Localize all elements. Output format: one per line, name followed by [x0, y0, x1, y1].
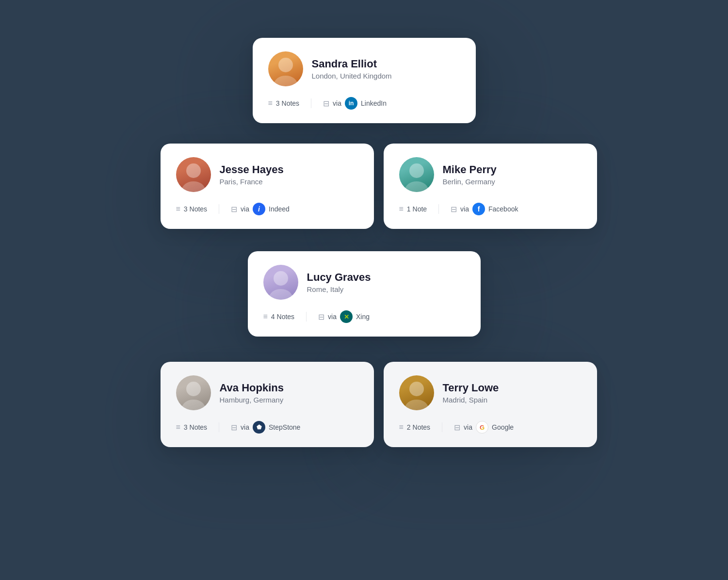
divider: [438, 204, 439, 214]
avatar-jesse: [176, 157, 211, 192]
card-sandra-header: Sandra Elliot London, United Kingdom: [268, 51, 460, 86]
card-terry-header: Terry Lowe Madrid, Spain: [399, 375, 582, 410]
mike-location: Berlin, Germany: [443, 177, 497, 186]
ava-name: Ava Hopkins: [220, 382, 284, 394]
ava-notes: ≡ 3 Notes: [176, 423, 208, 432]
jesse-via: via: [241, 205, 249, 213]
mike-via: via: [460, 205, 469, 213]
device-icon: ⊟: [451, 205, 457, 214]
terry-location: Madrid, Spain: [443, 396, 499, 404]
card-sandra[interactable]: Sandra Elliot London, United Kingdom ≡ 3…: [253, 38, 476, 123]
sandra-location: London, United Kingdom: [312, 72, 392, 80]
notes-icon: ≡: [176, 423, 180, 432]
scene: Sandra Elliot London, United Kingdom ≡ 3…: [146, 23, 582, 557]
terry-via: via: [464, 423, 472, 431]
sandra-source-name: LinkedIn: [361, 99, 387, 107]
card-ava[interactable]: Ava Hopkins Hamburg, Germany ≡ 3 Notes ⊟…: [161, 362, 374, 447]
svg-point-1: [274, 76, 297, 86]
card-terry-footer: ≡ 2 Notes ⊟ via G Google: [399, 421, 582, 434]
card-ava-info: Ava Hopkins Hamburg, Germany: [220, 382, 284, 404]
card-terry-info: Terry Lowe Madrid, Spain: [443, 382, 499, 404]
notes-icon: ≡: [268, 99, 273, 108]
card-jesse-header: Jesse Hayes Paris, France: [176, 157, 358, 192]
card-lucy[interactable]: Lucy Graves Rome, Italy ≡ 4 Notes ⊟ via …: [248, 251, 481, 337]
device-icon: ⊟: [231, 205, 237, 214]
lucy-notes: ≡ 4 Notes: [263, 312, 295, 321]
svg-point-5: [405, 181, 428, 192]
card-jesse-footer: ≡ 3 Notes ⊟ via i Indeed: [176, 203, 358, 215]
card-lucy-footer: ≡ 4 Notes ⊟ via ✕ Xing: [263, 310, 465, 323]
jesse-notes: ≡ 3 Notes: [176, 205, 208, 213]
notes-icon: ≡: [263, 312, 268, 321]
sandra-source: ⊟ via in LinkedIn: [323, 97, 387, 110]
card-mike-info: Mike Perry Berlin, Germany: [443, 163, 497, 186]
card-sandra-footer: ≡ 3 Notes ⊟ via in LinkedIn: [268, 97, 460, 110]
ava-source-name: StepStone: [269, 423, 300, 431]
lucy-name: Lucy Graves: [307, 271, 371, 284]
stepstone-icon: ⬟: [253, 421, 265, 434]
linkedin-icon: in: [345, 97, 357, 110]
card-ava-header: Ava Hopkins Hamburg, Germany: [176, 375, 358, 410]
device-icon: ⊟: [318, 312, 324, 322]
mike-source: ⊟ via f Facebook: [451, 203, 518, 215]
divider: [219, 422, 219, 432]
sandra-notes: ≡ 3 Notes: [268, 99, 300, 108]
mike-source-name: Facebook: [488, 205, 518, 213]
avatar-mike: [399, 157, 434, 192]
jesse-source: ⊟ via i Indeed: [231, 203, 290, 215]
svg-point-7: [269, 289, 292, 300]
mike-name: Mike Perry: [443, 163, 497, 176]
ava-location: Hamburg, Germany: [220, 396, 284, 404]
avatar-terry: [399, 375, 434, 410]
device-icon: ⊟: [323, 99, 329, 108]
terry-name: Terry Lowe: [443, 382, 499, 394]
jesse-notes-count: 3 Notes: [184, 205, 207, 213]
ava-via: via: [241, 423, 249, 431]
svg-point-3: [182, 181, 205, 192]
card-lucy-header: Lucy Graves Rome, Italy: [263, 265, 465, 300]
card-mike-footer: ≡ 1 Note ⊟ via f Facebook: [399, 203, 582, 215]
card-terry[interactable]: Terry Lowe Madrid, Spain ≡ 2 Notes ⊟ via…: [384, 362, 597, 447]
card-sandra-info: Sandra Elliot London, United Kingdom: [312, 58, 392, 80]
svg-point-10: [409, 382, 424, 396]
ava-notes-count: 3 Notes: [184, 423, 207, 431]
jesse-source-name: Indeed: [269, 205, 290, 213]
card-mike[interactable]: Mike Perry Berlin, Germany ≡ 1 Note ⊟ vi…: [384, 144, 597, 229]
lucy-source: ⊟ via ✕ Xing: [318, 310, 370, 323]
svg-point-0: [278, 58, 293, 72]
terry-notes-count: 2 Notes: [407, 423, 430, 431]
divider: [311, 98, 311, 108]
notes-icon: ≡: [399, 423, 404, 432]
jesse-location: Paris, France: [220, 177, 284, 186]
google-icon: G: [476, 421, 488, 434]
card-jesse-info: Jesse Hayes Paris, France: [220, 163, 284, 186]
device-icon: ⊟: [231, 423, 237, 432]
divider: [219, 204, 219, 214]
terry-notes: ≡ 2 Notes: [399, 423, 431, 432]
terry-source: ⊟ via G Google: [454, 421, 514, 434]
mike-notes-count: 1 Note: [407, 205, 427, 213]
avatar-sandra: [268, 51, 303, 86]
lucy-source-name: Xing: [356, 313, 370, 321]
notes-icon: ≡: [399, 205, 404, 213]
svg-point-8: [186, 382, 201, 396]
svg-point-6: [274, 271, 288, 286]
svg-point-9: [182, 400, 205, 410]
card-mike-header: Mike Perry Berlin, Germany: [399, 157, 582, 192]
svg-point-11: [405, 400, 428, 410]
card-ava-footer: ≡ 3 Notes ⊟ via ⬟ StepStone: [176, 421, 358, 434]
divider: [442, 422, 442, 432]
card-jesse[interactable]: Jesse Hayes Paris, France ≡ 3 Notes ⊟ vi…: [161, 144, 374, 229]
notes-icon: ≡: [176, 205, 180, 213]
jesse-name: Jesse Hayes: [220, 163, 284, 176]
xing-icon: ✕: [340, 310, 353, 323]
sandra-via: via: [333, 99, 341, 107]
indeed-icon: i: [253, 203, 265, 215]
card-lucy-info: Lucy Graves Rome, Italy: [307, 271, 371, 293]
avatar-ava: [176, 375, 211, 410]
terry-source-name: Google: [492, 423, 514, 431]
ava-source: ⊟ via ⬟ StepStone: [231, 421, 300, 434]
svg-point-4: [409, 163, 424, 178]
facebook-icon: f: [472, 203, 485, 215]
divider: [306, 312, 307, 322]
